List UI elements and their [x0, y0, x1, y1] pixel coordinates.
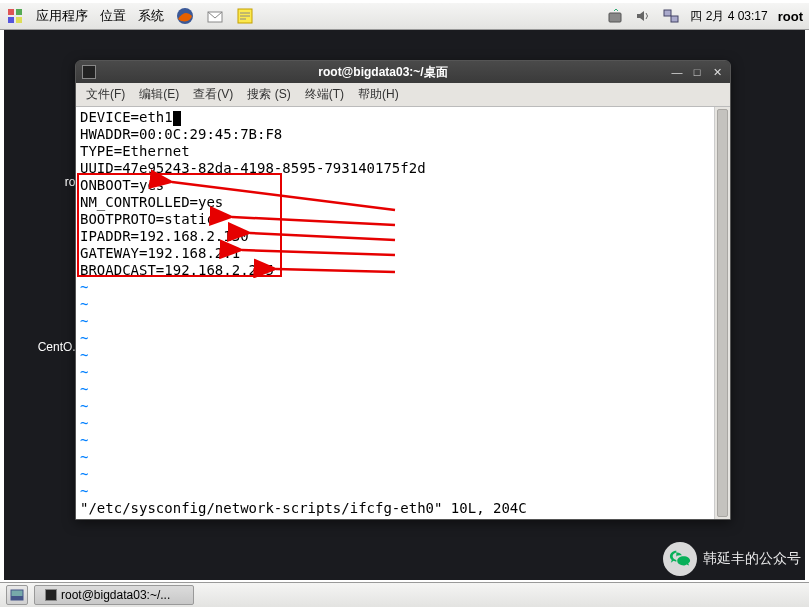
- svg-rect-7: [609, 13, 621, 22]
- vim-tilde: ~: [80, 330, 710, 347]
- vim-tilde: ~: [80, 381, 710, 398]
- config-line: DEVICE=eth1: [80, 109, 173, 125]
- volume-icon[interactable]: [634, 7, 652, 25]
- config-line: HWADDR=00:0C:29:45:7B:F8: [80, 126, 710, 143]
- config-line: IPADDR=192.168.2.130: [80, 228, 710, 245]
- menu-applications[interactable]: 应用程序: [36, 7, 88, 25]
- network-icon[interactable]: [662, 7, 680, 25]
- mail-icon[interactable]: [206, 7, 224, 25]
- menu-system[interactable]: 系统: [138, 7, 164, 25]
- menu-search[interactable]: 搜索 (S): [247, 86, 290, 103]
- svg-rect-1: [16, 9, 22, 15]
- terminal-icon: [82, 65, 96, 79]
- vim-tilde: ~: [80, 364, 710, 381]
- top-panel: 应用程序 位置 系统 四 2月 4 03:17 root: [0, 0, 809, 30]
- close-button[interactable]: ✕: [710, 65, 724, 79]
- window-titlebar[interactable]: root@bigdata03:~/桌面 — □ ✕: [76, 61, 730, 83]
- wechat-icon: [663, 542, 697, 576]
- vim-tilde: ~: [80, 449, 710, 466]
- vim-tilde: ~: [80, 313, 710, 330]
- config-line: ONBOOT=yes: [80, 177, 710, 194]
- user-menu[interactable]: root: [778, 9, 803, 24]
- bottom-panel: root@bigdata03:~/...: [0, 582, 809, 610]
- vim-tilde: ~: [80, 466, 710, 483]
- vim-tilde: ~: [80, 398, 710, 415]
- menu-help[interactable]: 帮助(H): [358, 86, 399, 103]
- vim-tilde: ~: [80, 296, 710, 313]
- wechat-watermark: 韩延丰的公众号: [663, 542, 801, 576]
- text-cursor: [173, 111, 181, 126]
- config-line: NM_CONTROLLED=yes: [80, 194, 710, 211]
- window-title: root@bigdata03:~/桌面: [96, 64, 670, 81]
- config-line: UUID=47e95243-82da-4198-8595-793140175f2…: [80, 160, 710, 177]
- menu-view[interactable]: 查看(V): [193, 86, 233, 103]
- config-line: TYPE=Ethernet: [80, 143, 710, 160]
- vim-tilde: ~: [80, 279, 710, 296]
- vim-tilde: ~: [80, 483, 710, 500]
- terminal-window: root@bigdata03:~/桌面 — □ ✕ 文件(F) 编辑(E) 查看…: [75, 60, 731, 520]
- vim-tilde: ~: [80, 432, 710, 449]
- menu-places[interactable]: 位置: [100, 7, 126, 25]
- watermark-text: 韩延丰的公众号: [703, 550, 801, 568]
- firefox-icon[interactable]: [176, 7, 194, 25]
- config-line: BROADCAST=192.168.2.255: [80, 262, 710, 279]
- terminal-content[interactable]: DEVICE=eth1 HWADDR=00:0C:29:45:7B:F8 TYP…: [76, 107, 714, 519]
- svg-rect-2: [8, 17, 14, 23]
- svg-rect-9: [671, 16, 678, 22]
- note-icon[interactable]: [236, 7, 254, 25]
- gnome-menu-icon: [6, 7, 24, 25]
- menu-edit[interactable]: 编辑(E): [139, 86, 179, 103]
- window-menubar: 文件(F) 编辑(E) 查看(V) 搜索 (S) 终端(T) 帮助(H): [76, 83, 730, 107]
- svg-rect-16: [11, 596, 23, 600]
- vim-tilde: ~: [80, 415, 710, 432]
- config-line: BOOTPROTO=static: [80, 211, 710, 228]
- terminal-scrollbar[interactable]: [714, 107, 730, 519]
- taskbar-item-label: root@bigdata03:~/...: [61, 588, 170, 602]
- terminal-icon: [45, 589, 57, 601]
- maximize-button[interactable]: □: [690, 65, 704, 79]
- vim-status-line: "/etc/sysconfig/network-scripts/ifcfg-et…: [80, 500, 710, 517]
- svg-rect-8: [664, 10, 671, 16]
- vim-tilde: ~: [80, 347, 710, 364]
- menu-file[interactable]: 文件(F): [86, 86, 125, 103]
- show-desktop-button[interactable]: [6, 585, 28, 605]
- svg-rect-0: [8, 9, 14, 15]
- menu-terminal[interactable]: 终端(T): [305, 86, 344, 103]
- scrollbar-thumb[interactable]: [717, 109, 728, 517]
- config-line: GATEWAY=192.168.2.1: [80, 245, 710, 262]
- minimize-button[interactable]: —: [670, 65, 684, 79]
- updates-icon[interactable]: [606, 7, 624, 25]
- clock[interactable]: 四 2月 4 03:17: [690, 8, 767, 25]
- taskbar-item-terminal[interactable]: root@bigdata03:~/...: [34, 585, 194, 605]
- svg-rect-3: [16, 17, 22, 23]
